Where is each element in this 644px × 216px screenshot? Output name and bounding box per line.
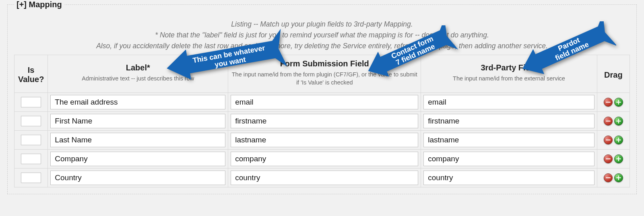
remove-row-button[interactable] (604, 98, 613, 107)
add-row-button[interactable] (614, 136, 623, 144)
header-form-title: Form Submission Field (280, 59, 369, 68)
label-input[interactable] (50, 114, 225, 128)
remove-row-button[interactable] (604, 117, 613, 125)
add-row-button[interactable] (614, 117, 623, 125)
header-label-sub: Administrative text -- just describes th… (51, 75, 225, 87)
form-field-input[interactable] (231, 114, 418, 128)
remove-row-button[interactable] (604, 173, 613, 182)
header-third-title: 3rd-Party Field (481, 63, 537, 72)
header-label-title: Label* (126, 63, 150, 72)
third-party-field-input[interactable] (423, 114, 594, 128)
intro-line-1: Listing -- Match up your plugin fields t… (231, 20, 413, 28)
isvalue-checkbox[interactable] (21, 154, 41, 164)
remove-row-button[interactable] (604, 154, 613, 163)
header-isvalue: Is Value? (14, 55, 48, 93)
form-field-input[interactable] (231, 152, 418, 166)
isvalue-checkbox[interactable] (21, 135, 41, 145)
form-field-input[interactable] (231, 95, 418, 109)
mapping-legend[interactable]: [+] Mapping (14, 0, 64, 9)
form-field-input[interactable] (231, 133, 418, 147)
intro-line-3: Also, if you accidentally delete the las… (96, 42, 548, 50)
table-row (14, 111, 630, 130)
header-drag: Drag (597, 55, 630, 93)
third-party-field-input[interactable] (423, 171, 594, 185)
table-row (14, 168, 630, 187)
third-party-field-input[interactable] (423, 152, 594, 166)
mapping-fieldset: [+] Mapping Listing -- Match up your plu… (7, 0, 637, 194)
add-row-button[interactable] (614, 98, 623, 107)
mapping-intro: Listing -- Match up your plugin fields t… (14, 19, 630, 51)
label-input[interactable] (50, 133, 225, 147)
table-row (14, 149, 630, 168)
label-input[interactable] (50, 152, 225, 166)
table-row (14, 93, 630, 111)
header-form-sub: The input name/id from the form plugin (… (231, 71, 417, 91)
form-field-input[interactable] (231, 171, 418, 185)
third-party-field-input[interactable] (423, 95, 594, 109)
isvalue-checkbox[interactable] (21, 97, 41, 107)
header-label: Label* Administrative text -- just descr… (48, 55, 228, 93)
header-third: 3rd-Party Field The input name/id from t… (421, 55, 597, 93)
label-input[interactable] (50, 171, 225, 185)
header-isvalue-title: Is Value? (18, 66, 44, 84)
isvalue-checkbox[interactable] (21, 173, 41, 183)
remove-row-button[interactable] (604, 136, 613, 144)
isvalue-checkbox[interactable] (21, 116, 41, 126)
third-party-field-input[interactable] (423, 133, 594, 147)
add-row-button[interactable] (614, 154, 623, 163)
header-third-sub: The input name/id from the external serv… (424, 75, 593, 87)
add-row-button[interactable] (614, 173, 623, 182)
label-input[interactable] (50, 95, 225, 109)
header-form: Form Submission Field The input name/id … (228, 55, 421, 93)
table-header-row: Is Value? Label* Administrative text -- … (14, 55, 630, 93)
intro-line-2: * Note that the "label" field is just fo… (155, 31, 489, 39)
table-row (14, 130, 630, 149)
mapping-table: Is Value? Label* Administrative text -- … (14, 55, 630, 187)
header-drag-title: Drag (604, 70, 623, 79)
